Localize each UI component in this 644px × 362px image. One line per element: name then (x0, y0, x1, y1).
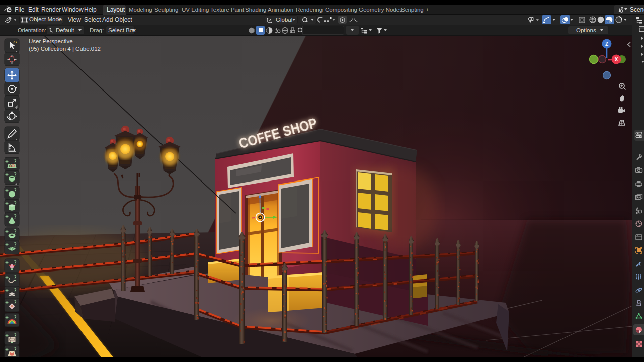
svg-text:X: X (615, 57, 618, 62)
svg-text:(95) Collection 4 | Cube.012: (95) Collection 4 | Cube.012 (29, 46, 101, 52)
svg-text:User Perspective: User Perspective (29, 38, 73, 44)
svg-text:Z: Z (605, 41, 608, 47)
